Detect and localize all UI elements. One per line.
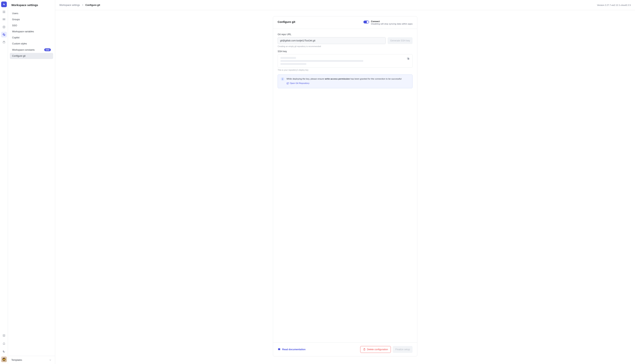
link-label: Read documentation — [282, 348, 306, 351]
breadcrumb-current: Configure git — [86, 4, 100, 6]
sidebar-item-copilot[interactable]: Copilot — [10, 34, 53, 41]
chevron-right-icon — [82, 4, 84, 6]
chevron-down-icon — [49, 359, 52, 361]
sidebar-item-label: Configure git — [12, 54, 26, 57]
copy-icon[interactable] — [406, 56, 410, 61]
sidebar-item-workspace-variables[interactable]: Workspace variables — [10, 28, 53, 34]
sidebar-item-custom-styles[interactable]: Custom styles — [10, 41, 53, 47]
theme-icon[interactable] — [1, 348, 7, 354]
info-icon: i — [281, 77, 284, 81]
read-documentation-link[interactable]: Read documentation — [278, 348, 306, 351]
svg-rect-4 — [3, 18, 5, 19]
datasource-icon[interactable] — [1, 24, 7, 30]
button-label: Generate SSH key — [390, 39, 410, 42]
git-repo-url-input[interactable] — [278, 37, 386, 44]
svg-point-9 — [4, 335, 4, 336]
connect-subtitle: Disabling will stop syncing data within … — [371, 23, 412, 25]
svg-rect-0 — [3, 11, 4, 12]
finalize-setup-button[interactable]: Finalize setup — [393, 346, 412, 353]
marketplace-icon[interactable] — [1, 39, 7, 45]
connect-title: Connect — [371, 20, 412, 22]
svg-rect-7 — [3, 42, 5, 43]
trash-icon — [363, 348, 366, 351]
banner-text-prefix: While deploying the key, please ensure — [286, 78, 325, 80]
sidebar-title: Workspace settings — [8, 0, 55, 9]
sidebar-item-configure-git[interactable]: Configure git — [10, 53, 53, 59]
sidebar-item-label: Workspace constants — [12, 48, 34, 51]
banner-text-bold: write access permission — [325, 78, 350, 80]
database-icon[interactable] — [1, 17, 7, 22]
banner-text-suffix: has been granted for the connection to b… — [350, 78, 402, 80]
sidebar-item-label: Workspace variables — [12, 30, 34, 33]
git-repo-helper: Creating an empty git repository is reco… — [278, 45, 412, 48]
sidebar-item-label: Groups — [12, 18, 20, 21]
main-header: Workspace settings Configure git Version… — [55, 0, 635, 10]
ssh-key-redacted — [280, 57, 296, 59]
sidebar-item-label: Copilot — [12, 36, 20, 39]
notifications-icon[interactable] — [1, 340, 7, 346]
configure-git-card: Configure git Connect Disabling will sto… — [273, 16, 417, 356]
delete-configuration-button[interactable]: Delete configuration — [360, 346, 391, 353]
svg-rect-1 — [4, 11, 5, 12]
breadcrumb: Workspace settings Configure git — [59, 4, 100, 6]
sidebar: Workspace settings Users Groups SSO Work… — [8, 0, 55, 364]
version-text: Version 2.27.7-ee2.12.1-cloud2.2.5 — [597, 4, 631, 6]
sidebar-footer-label: Templates — [11, 359, 22, 361]
sidebar-item-groups[interactable]: Groups — [10, 16, 53, 22]
card-title: Configure git — [278, 20, 295, 24]
sidebar-item-label: Custom styles — [12, 42, 27, 45]
link-label: Open Git Repository — [290, 82, 309, 85]
external-link-icon — [286, 82, 289, 84]
sidebar-footer-templates[interactable]: Templates — [8, 356, 55, 364]
sidebar-item-label: SSO — [12, 24, 17, 27]
git-repo-url-label: Git repo URL — [278, 33, 412, 36]
ssh-key-helper: This is your repository's deploy key — [278, 69, 412, 71]
sidebar-item-label: Users — [12, 12, 18, 15]
svg-rect-2 — [3, 12, 4, 13]
generate-ssh-key-button[interactable]: Generate SSH key — [388, 37, 412, 44]
sidebar-item-sso[interactable]: SSO — [10, 22, 53, 28]
svg-rect-5 — [3, 20, 5, 20]
avatar[interactable]: 🧔 — [1, 356, 7, 362]
new-badge: new — [44, 48, 51, 51]
ssh-key-box — [278, 54, 412, 68]
help-icon[interactable] — [1, 333, 7, 338]
svg-rect-3 — [4, 12, 5, 13]
connect-toggle[interactable] — [364, 20, 369, 24]
logo-icon[interactable] — [1, 2, 7, 7]
ssh-key-redacted — [280, 63, 306, 65]
button-label: Finalize setup — [395, 348, 410, 351]
settings-icon[interactable] — [1, 32, 7, 38]
ssh-key-label: SSH key — [278, 50, 412, 53]
breadcrumb-root[interactable]: Workspace settings — [59, 4, 80, 6]
button-label: Delete configuration — [367, 348, 388, 351]
sidebar-item-users[interactable]: Users — [10, 10, 53, 16]
docs-icon — [278, 348, 281, 351]
apps-icon[interactable] — [1, 9, 7, 15]
svg-point-6 — [3, 26, 5, 27]
sidebar-item-workspace-constants[interactable]: Workspace constants new — [10, 47, 53, 53]
ssh-key-redacted — [280, 60, 363, 62]
svg-rect-10 — [408, 58, 409, 60]
info-banner: i While deploying the key, please ensure… — [278, 74, 412, 88]
icon-rail: 🧔 — [0, 0, 8, 364]
open-git-repo-link[interactable]: Open Git Repository — [286, 82, 309, 85]
